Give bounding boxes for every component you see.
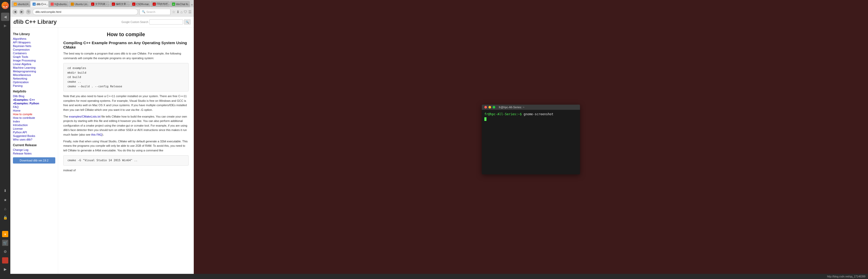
google-search-box: Google Custom Search 🔍 bbox=[121, 20, 191, 25]
cmake-lists-link[interactable]: examples/CMakeLists.txt bbox=[69, 115, 100, 118]
link-graph-tools[interactable]: Graph Tools bbox=[13, 55, 55, 59]
terminal-area: fr@hpc-All-Series: ~ fr@hpc-All-Series:~… bbox=[194, 0, 868, 279]
instead-of-text: instead of bbox=[63, 168, 189, 173]
link-image-processing[interactable]: Image Processing bbox=[13, 59, 55, 62]
link-api-wrappers[interactable]: API Wrappers bbox=[13, 40, 55, 44]
tab-2[interactable]: d dlib C++... bbox=[30, 1, 48, 7]
cursor bbox=[485, 117, 487, 121]
icon-lock[interactable]: 🔒 bbox=[1, 213, 9, 222]
browser-content: dlib C++ Library Google Custom Search 🔍 … bbox=[10, 17, 194, 279]
new-tab-btn[interactable]: + bbox=[190, 2, 194, 7]
home-nav-icon[interactable]: ⌂ bbox=[181, 10, 183, 14]
terminal-title: fr@hpc-All-Series: ~ bbox=[499, 106, 524, 109]
reload-button[interactable]: ↻ bbox=[26, 9, 31, 14]
terminal-window: fr@hpc-All-Series: ~ fr@hpc-All-Series:~… bbox=[482, 104, 580, 175]
faq-link[interactable]: this FAQ bbox=[91, 133, 102, 136]
dlib-main: How to compile Compiling C++ Example Pro… bbox=[58, 28, 194, 279]
link-how-contribute[interactable]: How to contribute bbox=[13, 116, 55, 120]
google-search-btn[interactable]: 🔍 bbox=[184, 20, 191, 25]
link-machine-learning[interactable]: Machine Learning bbox=[13, 66, 55, 69]
link-home[interactable]: Home bbox=[13, 109, 55, 113]
google-search-input[interactable] bbox=[149, 20, 183, 25]
firefox-icon[interactable]: 🦊 bbox=[1, 1, 9, 9]
link-suggested-books[interactable]: Suggested Books bbox=[13, 134, 55, 138]
tab-6[interactable]: C 编程文章 - ... bbox=[110, 1, 130, 7]
tab-5[interactable]: C 文字列表 - ... bbox=[89, 1, 110, 7]
tab-9[interactable]: W WeChat fo... bbox=[170, 1, 190, 7]
page-title: How to compile bbox=[63, 32, 189, 37]
link-linear-algebra[interactable]: Linear Algebra bbox=[13, 62, 55, 66]
link-optimization[interactable]: Optimization bbox=[13, 80, 55, 84]
nav-back[interactable]: ◀ bbox=[1, 13, 9, 21]
link-algorithms[interactable]: Algorithms bbox=[13, 37, 55, 40]
dlib-page: dlib C++ Library Google Custom Search 🔍 … bbox=[10, 17, 194, 279]
status-bar: http://blog.csdn.net/qq_17146399 bbox=[0, 274, 868, 279]
link-dlib-blog[interactable]: Dlib Blog bbox=[13, 94, 55, 98]
firefox-sidebar: 🦊 ◀ ▶ ⬇ ★ ⌂ 🔒 a 🛒 ⚙ ▶ bbox=[0, 0, 10, 279]
code-block-1: cd examples mkdir build cd build cmake .… bbox=[63, 63, 189, 91]
link-license[interactable]: License bbox=[13, 127, 55, 130]
icon-home[interactable]: ⌂ bbox=[1, 205, 9, 213]
icon-red[interactable] bbox=[1, 256, 9, 265]
link-networking[interactable]: Networking bbox=[13, 77, 55, 80]
back-button[interactable]: ◀ bbox=[12, 9, 18, 14]
link-release-notes[interactable]: Release Notes bbox=[13, 152, 55, 155]
close-dot[interactable] bbox=[485, 106, 487, 108]
cmake-text: The examples/CMakeLists.txt file tells C… bbox=[63, 115, 189, 137]
icon-bookmarks[interactable]: ★ bbox=[1, 196, 9, 204]
download-icon[interactable]: ⬇ bbox=[177, 10, 180, 14]
google-label: Google Custom Search bbox=[121, 21, 148, 24]
dlib-body: The Library Algorithms API Wrappers Baye… bbox=[10, 28, 194, 279]
note-text: Note that you also need to have a C++11 … bbox=[63, 94, 189, 112]
browser-window: u ubuntu14... d dlib C++... fr@ubuntu...… bbox=[10, 0, 194, 279]
bookmark-icon[interactable]: ☆ bbox=[172, 10, 176, 14]
link-parsing[interactable]: Parsing bbox=[13, 84, 55, 88]
link-examples-cpp[interactable]: »Examples: C++ bbox=[13, 98, 55, 101]
link-bayesian-nets[interactable]: Bayesian Nets bbox=[13, 44, 55, 48]
dlib-sidebar: The Library Algorithms API Wrappers Baye… bbox=[10, 28, 58, 279]
terminal-line: fr@hpc-All-Series:~$ gnome-screenshot bbox=[485, 113, 578, 116]
link-python-api[interactable]: Python API bbox=[13, 130, 55, 134]
tab-bar: u ubuntu14... d dlib C++... fr@ubuntu...… bbox=[10, 0, 194, 7]
icon-amazon[interactable]: a bbox=[1, 230, 9, 238]
tab-3[interactable]: fr@ubuntu... bbox=[49, 1, 68, 7]
link-containers[interactable]: Containers bbox=[13, 52, 55, 55]
url-bar[interactable]: dlib.net/compile.html bbox=[33, 9, 138, 15]
link-examples-python[interactable]: »Examples: Python bbox=[13, 101, 55, 105]
link-introduction[interactable]: Introduction bbox=[13, 123, 55, 127]
icon-downloads[interactable]: ⬇ bbox=[1, 187, 9, 195]
link-how-compile[interactable]: How to compile bbox=[13, 113, 55, 116]
download-button[interactable]: Download dlib ver.19.2 bbox=[13, 157, 55, 163]
link-who-uses[interactable]: Who uses dlib? bbox=[13, 138, 55, 141]
icon-amazon2[interactable]: 🛒 bbox=[1, 239, 9, 247]
tab-4[interactable]: Ubuntu Lin... bbox=[69, 1, 89, 7]
page-subtitle: Compiling C++ Example Programs on Any Op… bbox=[63, 40, 189, 49]
nav-search-box[interactable]: 🔍 Search bbox=[140, 9, 170, 15]
forward-button[interactable]: ▶ bbox=[19, 9, 24, 14]
minimize-dot[interactable] bbox=[489, 106, 491, 108]
maximize-dot[interactable] bbox=[493, 106, 495, 108]
tab-8[interactable]: C FR的专栏... bbox=[151, 1, 170, 7]
dlib-header: dlib C++ Library Google Custom Search 🔍 bbox=[10, 17, 194, 28]
note2-text: Finally, note that when using Visual Stu… bbox=[63, 139, 189, 153]
tab-1[interactable]: u ubuntu14... bbox=[11, 1, 30, 7]
status-url: http://blog.csdn.net/qq_17146399 bbox=[827, 275, 865, 278]
dlib-logo: dlib C++ Library bbox=[13, 19, 57, 25]
terminal-cursor-line bbox=[485, 117, 578, 121]
icon-settings[interactable]: ⚙ bbox=[1, 247, 9, 256]
link-faq[interactable]: FAQ bbox=[13, 105, 55, 109]
nav-forward[interactable]: ▶ bbox=[1, 22, 9, 30]
link-index[interactable]: Index bbox=[13, 120, 55, 123]
link-metaprogramming[interactable]: Metaprogramming bbox=[13, 69, 55, 73]
link-miscellaneous[interactable]: Miscellaneous bbox=[13, 73, 55, 77]
menu-icon[interactable]: ☰ bbox=[188, 10, 192, 14]
link-compression[interactable]: Compression bbox=[13, 48, 55, 52]
release-title: Current Release bbox=[13, 144, 55, 147]
icon-media[interactable]: ▶ bbox=[1, 265, 9, 273]
terminal-titlebar: fr@hpc-All-Series: ~ bbox=[482, 104, 580, 110]
library-title: The Library bbox=[13, 32, 55, 36]
terminal-body[interactable]: fr@hpc-All-Series:~$ gnome-screenshot bbox=[482, 110, 580, 175]
link-change-log[interactable]: Change Log bbox=[13, 148, 55, 152]
shield-icon[interactable]: 🛡 bbox=[184, 10, 187, 14]
tab-7[interactable]: C CSDN-mar... bbox=[130, 1, 150, 7]
